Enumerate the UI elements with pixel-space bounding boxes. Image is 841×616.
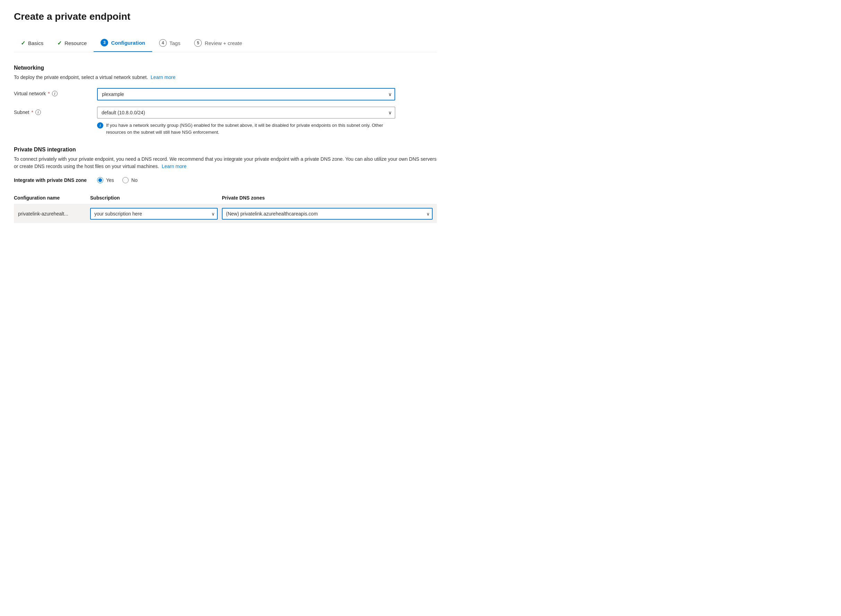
step-label-resource: Resource: [65, 40, 87, 46]
dns-table-header-row: Configuration name Subscription Private …: [14, 192, 437, 204]
step-label-configuration: Configuration: [111, 40, 145, 46]
radio-no-option[interactable]: No: [122, 177, 138, 183]
required-star-subnet: *: [31, 110, 33, 115]
dns-learn-more-link[interactable]: Learn more: [162, 164, 187, 169]
col-header-subscription: Subscription: [90, 192, 222, 204]
subnet-row: Subnet * i default (10.8.0.0/24) ∨ i If …: [14, 107, 437, 135]
virtual-network-label: Virtual network * i: [14, 88, 97, 96]
check-icon-basics: ✓: [21, 40, 25, 47]
subscription-cell: your subscription here ∨: [90, 204, 222, 223]
networking-learn-more-link[interactable]: Learn more: [151, 75, 176, 80]
wizard-step-basics[interactable]: ✓ Basics: [14, 36, 50, 51]
dns-description: To connect privately with your private e…: [14, 155, 437, 170]
step-label-review: Review + create: [204, 40, 242, 46]
step-label-tags: Tags: [169, 40, 181, 46]
radio-no-input[interactable]: [122, 177, 129, 183]
networking-title: Networking: [14, 65, 437, 71]
wizard-step-tags[interactable]: 4 Tags: [152, 35, 188, 51]
info-icon-subnet[interactable]: i: [35, 110, 41, 115]
wizard-step-review[interactable]: 5 Review + create: [187, 35, 249, 51]
networking-description: To deploy the private endpoint, select a…: [14, 74, 437, 81]
integrate-dns-label: Integrate with private DNS zone: [14, 177, 97, 183]
subnet-dropdown-container: default (10.8.0.0/24) ∨: [97, 107, 395, 119]
subnet-label: Subnet * i: [14, 107, 97, 115]
step-number-tags: 4: [159, 39, 167, 47]
dns-section-title: Private DNS integration: [14, 147, 437, 153]
wizard-step-resource[interactable]: ✓ Resource: [50, 36, 94, 51]
subscription-select[interactable]: your subscription here: [90, 208, 218, 220]
subnet-control: default (10.8.0.0/24) ∨ i If you have a …: [97, 107, 395, 135]
subscription-dropdown-container: your subscription here ∨: [90, 208, 218, 220]
wizard-step-configuration[interactable]: 3 Configuration: [94, 35, 152, 52]
dns-table: Configuration name Subscription Private …: [14, 192, 437, 223]
integrate-dns-options: Yes No: [97, 177, 138, 183]
private-dns-zone-cell: (New) privatelink.azurehealthcareapis.co…: [222, 204, 437, 223]
step-number-configuration: 3: [100, 39, 108, 47]
virtual-network-control: plexample ∨: [97, 88, 395, 100]
radio-no-label: No: [131, 177, 138, 183]
config-name-cell: privatelink-azurehealt...: [14, 204, 90, 223]
col-header-config: Configuration name: [14, 192, 90, 204]
step-number-review: 5: [194, 39, 202, 47]
wizard-steps: ✓ Basics ✓ Resource 3 Configuration 4 Ta…: [14, 35, 437, 52]
info-icon-vnet[interactable]: i: [52, 91, 57, 96]
dns-table-row: privatelink-azurehealt... your subscript…: [14, 204, 437, 223]
nsg-info-box: i If you have a network security group (…: [97, 122, 395, 135]
page-title: Create a private endpoint: [14, 11, 437, 22]
integrate-dns-row: Integrate with private DNS zone Yes No: [14, 177, 437, 183]
check-icon-resource: ✓: [57, 40, 62, 47]
radio-yes-label: Yes: [106, 177, 114, 183]
networking-section: Networking To deploy the private endpoin…: [14, 65, 437, 135]
subnet-select[interactable]: default (10.8.0.0/24): [97, 107, 395, 119]
dns-zone-select[interactable]: (New) privatelink.azurehealthcareapis.co…: [222, 208, 433, 220]
radio-yes-input[interactable]: [97, 177, 103, 183]
dns-section: Private DNS integration To connect priva…: [14, 147, 437, 223]
col-header-dns-zones: Private DNS zones: [222, 192, 437, 204]
required-star-vnet: *: [48, 91, 50, 96]
virtual-network-dropdown-container: plexample ∨: [97, 88, 395, 100]
radio-yes-option[interactable]: Yes: [97, 177, 114, 183]
virtual-network-select[interactable]: plexample: [97, 88, 395, 100]
nsg-info-icon: i: [97, 122, 103, 129]
nsg-note-text: If you have a network security group (NS…: [106, 122, 395, 135]
step-label-basics: Basics: [28, 40, 43, 46]
virtual-network-row: Virtual network * i plexample ∨: [14, 88, 437, 100]
dns-zone-dropdown-container: (New) privatelink.azurehealthcareapis.co…: [222, 208, 433, 220]
